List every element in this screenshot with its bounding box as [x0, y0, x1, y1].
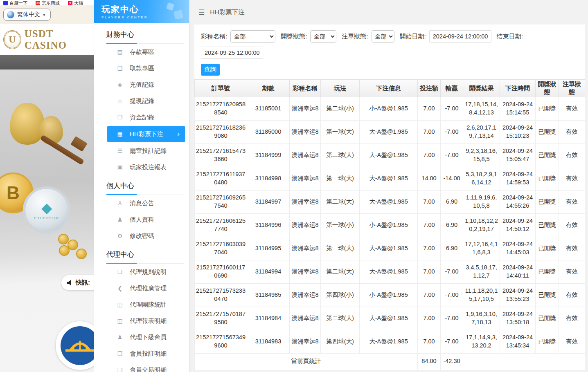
- withdraw-icon: ❑: [117, 65, 123, 72]
- sidebar-item-agent-promotion[interactable]: ❮代理推廣管理: [94, 280, 189, 296]
- agent-promotion-icon: ❮: [117, 285, 123, 291]
- column-header: 注單狀態: [559, 80, 585, 97]
- menu-toggle-icon[interactable]: ☰: [198, 8, 205, 17]
- amount-cell: 7.00: [418, 190, 441, 214]
- amount-cell: 7.00: [418, 97, 441, 121]
- sidebar-item-agent-rules[interactable]: ❏代理規則說明: [94, 264, 189, 280]
- end-date-input[interactable]: [201, 47, 263, 59]
- summary-amount-cell: 84.00: [418, 369, 441, 370]
- sidebar-item-agent-team-stats[interactable]: ◫代理團隊統計: [94, 296, 189, 313]
- bookmark-tmall[interactable]: 天天猫: [68, 0, 83, 5]
- amount-cell: 7.00: [418, 307, 441, 330]
- withdrawal-record-icon: ⌂: [117, 98, 123, 104]
- draw-status-select[interactable]: 全部: [310, 30, 336, 43]
- draw-status-cell: 已開獎: [536, 284, 559, 307]
- win-loss-cell: 6.90: [441, 237, 463, 260]
- order-status-select[interactable]: 全部: [372, 30, 394, 43]
- play-cell: 第二球(大): [321, 190, 360, 214]
- summary-winloss-cell: -42.30: [441, 354, 463, 369]
- sidebar-item-label: 資金記錄: [130, 114, 154, 121]
- gold-coin-graphic: [59, 245, 70, 256]
- table-row: 215217271606125774031184996澳洲幸运8第一球(小)小-…: [195, 214, 585, 237]
- draw-status-cell: 已開獎: [536, 260, 559, 284]
- order-no-cell: 2152172716092657540: [195, 190, 247, 214]
- news-ticker[interactable]: 快訊:: [61, 275, 94, 290]
- sidebar-header: 玩家中心 PLAYERS CENTER: [94, 0, 189, 23]
- period-cell: 31184994: [247, 260, 290, 284]
- period-cell: 31184997: [247, 190, 290, 214]
- bookmark-baidu[interactable]: 百度一下: [3, 0, 27, 5]
- result-cell: 5,3,18,2,9,16,14,12: [463, 167, 500, 190]
- amount-cell: 7.00: [418, 330, 441, 354]
- sidebar-item-deposit-area[interactable]: ▤存款專區: [94, 44, 189, 60]
- win-loss-cell: 6.90: [441, 214, 463, 237]
- main-content: ☰ HH彩票下注 彩種名稱: 全部 開獎狀態: 全部 注單狀態: 全部 開始日期…: [189, 0, 588, 372]
- play-cell: 第二球(小): [321, 97, 360, 121]
- lottery-select[interactable]: 全部: [230, 30, 275, 43]
- draw-status-cell: 已開獎: [536, 237, 559, 260]
- result-cell: 17,18,15,14,8,4,12,13: [463, 97, 500, 121]
- summary-empty-cell: [463, 369, 585, 370]
- lottery-cell: 澳洲幸运8: [290, 144, 321, 167]
- table-row: 215217271615473366031184999澳洲幸运8第二球(大)大-…: [195, 144, 585, 167]
- time-cell: 2024-09-24 13:45:34: [500, 330, 536, 354]
- deposit-icon: ▤: [117, 49, 123, 55]
- button-row: 查詢: [201, 64, 578, 76]
- sidebar-item-label: 提現記錄: [130, 97, 154, 105]
- sidebar-item-hh-lottery-bets[interactable]: ▦HH彩票下注›: [107, 126, 185, 142]
- period-cell: 31184996: [247, 214, 290, 237]
- period-cell: 31184995: [247, 237, 290, 260]
- lottery-cell: 澳洲幸运8: [290, 167, 321, 190]
- sidebar-item-label: 修改密碼: [130, 232, 154, 240]
- order-no-cell: 2152172716119370480: [195, 167, 247, 190]
- sidebar-item-member-bet-detail[interactable]: ❐會員投註明細: [94, 345, 189, 362]
- search-button[interactable]: 查詢: [201, 64, 220, 76]
- language-selector[interactable]: 繁体中文 ▾: [3, 9, 51, 21]
- bet-records-table: 訂單號期數彩種名稱玩法下注信息投注額輸贏開獎結果下注時間開獎狀態注單狀態 215…: [194, 79, 585, 370]
- lottery-cell: 澳洲幸运8: [290, 237, 321, 260]
- sidebar-item-profile[interactable]: ♟個人資料: [94, 211, 189, 228]
- member-transaction-detail-icon: ❑: [117, 367, 123, 372]
- lottery-bet-icon: ▦: [117, 131, 123, 137]
- order-no-cell: 2152172716154733660: [195, 144, 247, 167]
- bet-info-cell: 大-A盤@1.985: [360, 307, 418, 330]
- gavel-graphic: [70, 136, 88, 152]
- column-header: 開獎結果: [463, 80, 500, 97]
- play-cell: 第二球(大): [321, 144, 360, 167]
- result-cell: 1,11,9,19,6,10,5,8: [463, 190, 500, 214]
- time-cell: 2024-09-24 15:14:55: [500, 97, 536, 121]
- sidebar-item-withdrawal-records[interactable]: ⌂提現記錄: [94, 93, 189, 109]
- bookmarks-bar: 百度一下JD京东商城天天猫: [0, 0, 94, 5]
- sidebar-item-player-bet-report[interactable]: ▣玩家投注報表: [94, 159, 189, 175]
- period-cell: 31185001: [247, 97, 290, 121]
- bookmark-jd[interactable]: JD京东商城: [36, 0, 60, 5]
- announcement-icon: ♙: [117, 200, 123, 206]
- draw-status-cell: 已開獎: [536, 190, 559, 214]
- sidebar-item-funds-records[interactable]: ❒資金記錄: [94, 109, 189, 125]
- sidebar-item-announcements[interactable]: ♙消息公告: [94, 195, 189, 211]
- sidebar-item-member-transaction-detail[interactable]: ❑會員交易明細: [94, 362, 189, 372]
- result-cell: 1,10,18,12,20,2,19,17: [463, 214, 500, 237]
- sidebar-item-agent-report-detail[interactable]: ◫代理報表明細: [94, 313, 189, 329]
- lottery-cell: 澳洲幸运8: [290, 260, 321, 284]
- sidebar-item-label: 會員交易明細: [130, 366, 167, 372]
- sidebar-item-room-bet-records[interactable]: ☰廳室投註記錄: [94, 143, 189, 159]
- sidebar-item-change-password[interactable]: ⚙修改密碼: [94, 228, 189, 244]
- tmall-favicon-icon: 天: [68, 1, 72, 5]
- order-no-cell: 2152172716209588540: [195, 97, 247, 121]
- casino-logo[interactable]: U USDT CASINO: [0, 24, 94, 55]
- order-no-cell: 2152172716182369080: [195, 121, 247, 144]
- play-cell: 第四球(小): [321, 284, 360, 307]
- order-no-cell: 2152172716030397040: [195, 237, 247, 260]
- period-cell: 31184999: [247, 144, 290, 167]
- sidebar-item-agent-sub-members[interactable]: ♟代理下級會員: [94, 329, 189, 345]
- start-date-input[interactable]: [429, 30, 491, 43]
- order-status-cell: 有效: [559, 284, 585, 307]
- column-header: 下注時間: [500, 80, 536, 97]
- sidebar-item-recharge-records[interactable]: ◈充值記錄: [94, 76, 189, 93]
- sidebar-item-withdraw-area[interactable]: ❑取款專區: [94, 60, 189, 76]
- agent-report-detail-icon: ◫: [117, 318, 123, 324]
- promo-background-image: B ◆ ETHEREUM 快訊:: [0, 55, 94, 372]
- sidebar-item-label: 存款專區: [130, 48, 154, 56]
- filter-bar: 彩種名稱: 全部 開獎狀態: 全部 注單狀態: 全部 開始日期: 结束日期: 查…: [194, 30, 585, 76]
